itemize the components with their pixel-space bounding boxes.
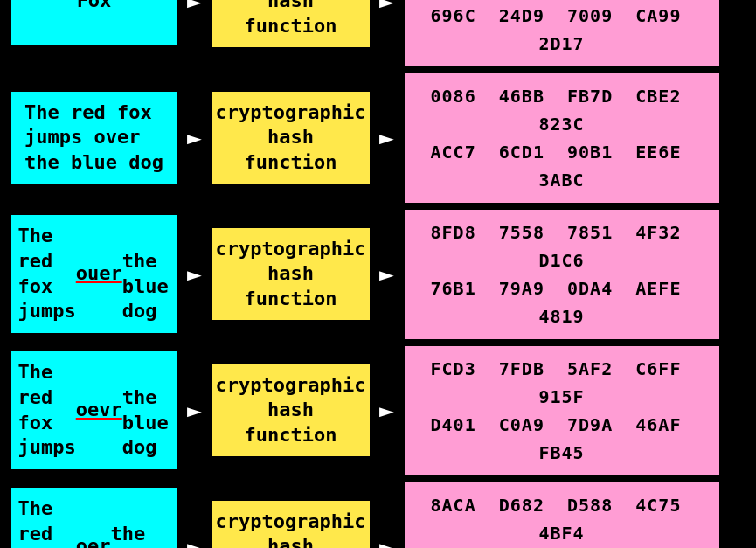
output-5: 8ACA D682 D588 4C75 4BF4 1799 7D88 BCF8 … bbox=[405, 482, 719, 549]
arrow-7: ► bbox=[177, 396, 212, 425]
input-fox: Fox bbox=[11, 0, 177, 45]
arrow-4: ► bbox=[370, 123, 405, 152]
hash-box-3: cryptographichashfunction bbox=[212, 228, 370, 321]
arrow-6: ► bbox=[370, 260, 405, 288]
arrow-9: ► bbox=[177, 532, 212, 548]
row-1: Fox ► cryptographichashfunction ► DFCD 3… bbox=[11, 0, 746, 66]
input-sentence-1: The red fox jumps over the blue dog bbox=[11, 92, 177, 184]
output-1: DFCD 3454 BBEA 788A 751A 696C 24D9 7009 … bbox=[405, 0, 719, 66]
row-4: The red foxjumps oevrthe blue dog ► cryp… bbox=[11, 346, 746, 475]
hash-box-5: cryptographichashfunction bbox=[212, 501, 370, 548]
main-container: Fox ► cryptographichashfunction ► DFCD 3… bbox=[3, 0, 754, 548]
output-4: FCD3 7FDB 5AF2 C6FF 915F D401 C0A9 7D9A … bbox=[405, 346, 719, 475]
arrow-8: ► bbox=[370, 396, 405, 425]
arrow-2: ► bbox=[370, 0, 405, 16]
row-5: The red foxjumps oerthe blue dog ► crypt… bbox=[11, 482, 746, 549]
arrow-5: ► bbox=[177, 260, 212, 288]
hash-box-4: cryptographichashfunction bbox=[212, 364, 370, 457]
input-sentence-3: The red foxjumps oevrthe blue dog bbox=[11, 351, 177, 468]
arrow-1: ► bbox=[177, 0, 212, 16]
arrow-3: ► bbox=[177, 123, 212, 152]
input-sentence-2: The red foxjumps ouerthe blue dog bbox=[11, 215, 177, 332]
hash-box-2: cryptographichashfunction bbox=[212, 92, 370, 184]
output-3: 8FD8 7558 7851 4F32 D1C6 76B1 79A9 0DA4 … bbox=[405, 210, 719, 339]
input-sentence-4: The red foxjumps oerthe blue dog bbox=[11, 488, 177, 548]
row-2: The red fox jumps over the blue dog ► cr… bbox=[11, 73, 746, 203]
hash-box-1: cryptographichashfunction bbox=[212, 0, 370, 47]
output-2: 0086 46BB FB7D CBE2 823C ACC7 6CD1 90B1 … bbox=[405, 73, 719, 203]
row-3: The red foxjumps ouerthe blue dog ► cryp… bbox=[11, 210, 746, 339]
arrow-10: ► bbox=[370, 532, 405, 548]
